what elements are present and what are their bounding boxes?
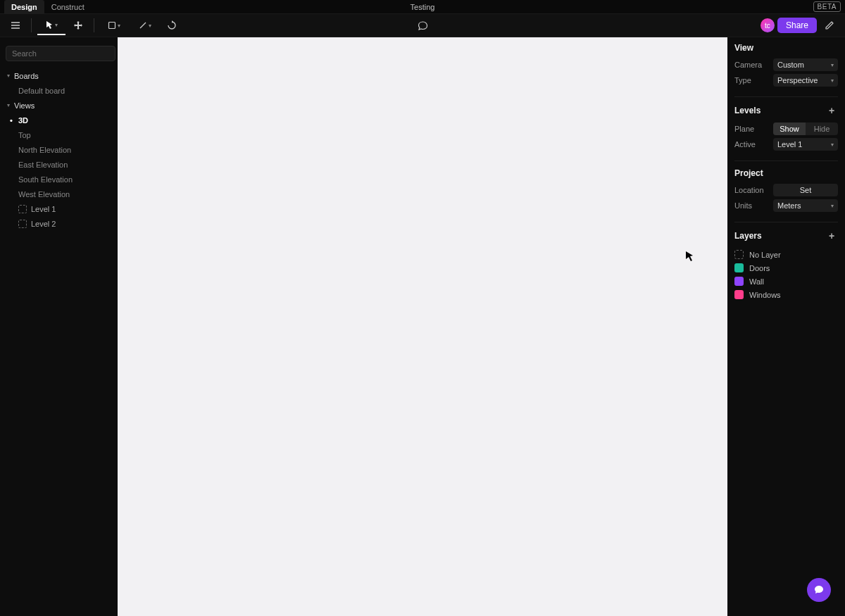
layer-item-doors[interactable]: Doors [734,261,838,275]
shape-tool[interactable]: ▾ [100,15,128,35]
caret-down-icon: ▾ [7,73,10,79]
active-level-label: Active [734,140,756,149]
chevron-down-icon: ▾ [118,23,120,29]
project-title: Project [734,168,763,178]
project-title: Testing [411,3,435,11]
boards-label: Boards [14,72,39,80]
layers-section: Layers + No Layer Doors Wall Windows [734,230,838,308]
add-level-button[interactable]: + [825,104,838,117]
canvas-viewport[interactable] [118,37,727,616]
view-item-east[interactable]: East Elevation [0,157,118,172]
layer-swatch-icon [734,290,744,299]
view-item-south[interactable]: South Elevation [0,172,118,187]
layer-swatch-icon [734,263,744,272]
layer-name: Wall [749,277,764,286]
layer-swatch-icon [734,277,744,286]
location-label: Location [734,186,764,194]
tab-construct[interactable]: Construct [44,0,92,14]
line-tool[interactable]: ▾ [131,15,159,35]
plane-label: Plane [734,125,754,133]
toolbar: ▾ ▾ ▾ tc Share [0,14,845,37]
plane-show-option[interactable]: Show [773,122,806,135]
caret-down-icon: ▾ [7,102,10,108]
layer-name: Windows [749,291,781,299]
view-item-3d[interactable]: 3D [0,113,118,127]
help-chat-button[interactable] [807,578,831,602]
cursor-icon [684,251,696,262]
views-header[interactable]: ▾ Views [0,98,118,113]
layer-name: Doors [749,264,770,272]
search-input[interactable] [6,46,115,61]
set-location-button[interactable]: Set [773,184,838,196]
level-icon [18,220,27,228]
level-item[interactable]: Level 1 [0,201,118,216]
layer-name: No Layer [749,251,781,259]
rotate-tool-icon[interactable] [162,15,182,35]
svg-rect-0 [109,23,115,29]
camera-label: Camera [734,61,762,69]
avatar[interactable]: tc [760,18,775,32]
chevron-down-icon: ▾ [149,23,151,29]
layer-item-wall[interactable]: Wall [734,275,838,288]
levels-title: Levels [734,106,760,115]
title-bar: Design Construct Testing BETA [0,0,845,14]
right-panel: View Camera Custom▾ Type Perspective▾ Le… [727,37,845,616]
levels-section: Levels + Plane Show Hide Active Level 1▾ [734,104,838,161]
units-label: Units [734,201,752,210]
boards-header[interactable]: ▾ Boards [0,68,118,83]
layer-item-nolayer[interactable]: No Layer [734,248,838,261]
board-item[interactable]: Default board [0,83,118,98]
type-select[interactable]: Perspective▾ [773,74,838,87]
view-item-west[interactable]: West Elevation [0,187,118,201]
view-item-north[interactable]: North Elevation [0,142,118,157]
hamburger-menu-icon[interactable] [6,15,25,35]
active-level-select[interactable]: Level 1▾ [773,138,838,151]
chevron-down-icon: ▾ [55,22,58,28]
level-label: Level 2 [31,220,56,228]
level-icon [18,205,27,213]
divider [31,18,32,32]
beta-badge: BETA [813,1,841,12]
plane-toggle[interactable]: Show Hide [773,122,838,135]
view-section: View Camera Custom▾ Type Perspective▾ [734,43,838,97]
view-title: View [734,43,753,53]
layer-swatch-icon [734,250,744,259]
layers-title: Layers [734,231,762,241]
layer-item-windows[interactable]: Windows [734,288,838,301]
level-label: Level 1 [31,205,56,213]
share-button[interactable]: Share [777,18,817,33]
view-item-top[interactable]: Top [0,127,118,142]
camera-select[interactable]: Custom▾ [773,58,838,71]
move-tool-icon[interactable] [68,15,88,35]
mode-tabs: Design Construct [4,0,92,14]
level-item[interactable]: Level 2 [0,216,118,231]
type-label: Type [734,76,751,84]
add-layer-button[interactable]: + [825,230,838,242]
views-label: Views [14,101,35,110]
plane-hide-option[interactable]: Hide [806,122,838,135]
project-section: Project Location Set Units Meters▾ [734,168,838,222]
tab-design[interactable]: Design [4,0,44,14]
comment-icon[interactable] [413,15,432,35]
select-tool[interactable]: ▾ [37,15,65,35]
divider [94,18,94,32]
left-panel: + ▾ Boards Default board ▾ Views 3D Top … [0,37,118,616]
edit-icon[interactable] [820,15,839,35]
units-select[interactable]: Meters▾ [773,199,838,212]
